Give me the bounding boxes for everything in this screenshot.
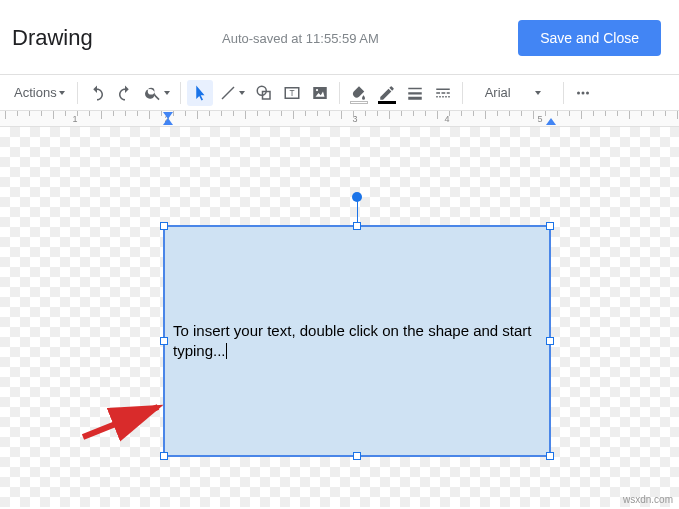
svg-text:T: T bbox=[289, 89, 294, 98]
resize-handle-sw[interactable] bbox=[160, 452, 168, 460]
svg-point-21 bbox=[586, 91, 589, 94]
svg-point-19 bbox=[577, 91, 580, 94]
select-icon bbox=[191, 84, 209, 102]
zoom-button[interactable] bbox=[140, 80, 174, 106]
autosave-status: Auto-saved at 11:55:59 AM bbox=[222, 31, 379, 46]
toolbar: Actions T Aria bbox=[0, 75, 679, 111]
font-name: Arial bbox=[485, 85, 511, 100]
toolbar-separator bbox=[462, 82, 463, 104]
svg-rect-9 bbox=[408, 96, 422, 99]
select-tool-button[interactable] bbox=[187, 80, 213, 106]
resize-handle-e[interactable] bbox=[546, 337, 554, 345]
resize-handle-se[interactable] bbox=[546, 452, 554, 460]
line-icon bbox=[219, 84, 237, 102]
ruler-label: 5 bbox=[537, 114, 542, 124]
svg-rect-8 bbox=[408, 92, 422, 94]
svg-point-20 bbox=[581, 91, 584, 94]
toolbar-separator bbox=[180, 82, 181, 104]
fill-swatch bbox=[350, 101, 368, 104]
textbox-tool-button[interactable]: T bbox=[279, 80, 305, 106]
shape-tool-button[interactable] bbox=[251, 80, 277, 106]
resize-handle-s[interactable] bbox=[353, 452, 361, 460]
svg-line-22 bbox=[83, 407, 158, 437]
more-options-button[interactable] bbox=[570, 80, 596, 106]
actions-label: Actions bbox=[14, 85, 57, 100]
line-tool-button[interactable] bbox=[215, 80, 249, 106]
image-icon bbox=[311, 84, 329, 102]
watermark: wsxdn.com bbox=[623, 494, 673, 505]
caret-down-icon bbox=[535, 91, 541, 95]
text-cursor bbox=[226, 343, 227, 359]
redo-icon bbox=[116, 84, 134, 102]
border-dash-icon bbox=[434, 84, 452, 102]
toolbar-separator bbox=[563, 82, 564, 104]
toolbar-separator bbox=[77, 82, 78, 104]
caret-down-icon bbox=[164, 91, 170, 95]
border-weight-button[interactable] bbox=[402, 80, 428, 106]
pencil-icon bbox=[378, 84, 396, 102]
undo-icon bbox=[88, 84, 106, 102]
toolbar-separator bbox=[339, 82, 340, 104]
redo-button[interactable] bbox=[112, 80, 138, 106]
svg-rect-13 bbox=[446, 92, 449, 94]
resize-handle-n[interactable] bbox=[353, 222, 361, 230]
svg-rect-14 bbox=[436, 96, 438, 98]
svg-rect-12 bbox=[441, 92, 445, 94]
dialog-header: Drawing Auto-saved at 11:55:59 AM Save a… bbox=[0, 0, 679, 74]
svg-rect-4 bbox=[313, 87, 327, 99]
border-swatch bbox=[378, 101, 396, 104]
fill-color-button[interactable] bbox=[346, 80, 372, 106]
undo-button[interactable] bbox=[84, 80, 110, 106]
caret-down-icon bbox=[59, 91, 65, 95]
rotate-handle[interactable] bbox=[352, 192, 362, 202]
svg-rect-17 bbox=[445, 96, 447, 98]
dialog-title: Drawing bbox=[12, 25, 93, 51]
caret-down-icon bbox=[239, 91, 245, 95]
svg-point-6 bbox=[316, 88, 318, 90]
svg-rect-15 bbox=[439, 96, 441, 98]
svg-rect-7 bbox=[408, 87, 422, 89]
left-indent-marker[interactable] bbox=[163, 118, 173, 125]
border-weight-icon bbox=[406, 84, 424, 102]
image-tool-button[interactable] bbox=[307, 80, 333, 106]
right-indent-marker[interactable] bbox=[546, 118, 556, 125]
border-color-button[interactable] bbox=[374, 80, 400, 106]
font-selector[interactable]: Arial bbox=[469, 80, 557, 106]
svg-rect-18 bbox=[448, 96, 450, 98]
shape-text: To insert your text, double click on the… bbox=[173, 322, 532, 359]
svg-rect-16 bbox=[442, 96, 444, 98]
svg-rect-10 bbox=[436, 88, 450, 90]
drawing-canvas[interactable]: To insert your text, double click on the… bbox=[0, 127, 679, 507]
horizontal-ruler[interactable]: 1 2 3 4 5 bbox=[0, 111, 679, 127]
resize-handle-w[interactable] bbox=[160, 337, 168, 345]
shape-text-content[interactable]: To insert your text, double click on the… bbox=[173, 321, 541, 362]
border-dash-button[interactable] bbox=[430, 80, 456, 106]
svg-rect-11 bbox=[436, 92, 440, 94]
more-icon bbox=[574, 84, 592, 102]
shape-icon bbox=[255, 84, 273, 102]
fill-icon bbox=[350, 84, 368, 102]
resize-handle-ne[interactable] bbox=[546, 222, 554, 230]
resize-handle-nw[interactable] bbox=[160, 222, 168, 230]
save-and-close-button[interactable]: Save and Close bbox=[518, 20, 661, 56]
zoom-icon bbox=[144, 84, 162, 102]
rectangle-shape[interactable]: To insert your text, double click on the… bbox=[163, 225, 551, 457]
textbox-icon: T bbox=[283, 84, 301, 102]
actions-menu[interactable]: Actions bbox=[8, 80, 71, 106]
